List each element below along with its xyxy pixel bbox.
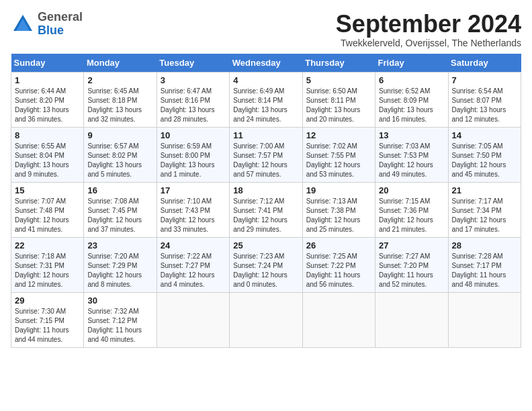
logo: General Blue: [11, 11, 83, 38]
calendar-cell: 30Sunrise: 7:32 AM Sunset: 7:12 PM Dayli…: [84, 292, 157, 347]
calendar-cell: [448, 292, 521, 347]
calendar-table: Sunday Monday Tuesday Wednesday Thursday…: [11, 54, 521, 348]
calendar-week-2: 15Sunrise: 7:07 AM Sunset: 7:48 PM Dayli…: [11, 182, 521, 237]
calendar-cell: 2Sunrise: 6:45 AM Sunset: 8:18 PM Daylig…: [84, 72, 157, 127]
calendar-cell: 13Sunrise: 7:03 AM Sunset: 7:53 PM Dayli…: [375, 127, 448, 182]
calendar-cell: [375, 292, 448, 347]
calendar-cell: 21Sunrise: 7:17 AM Sunset: 7:34 PM Dayli…: [448, 182, 521, 237]
col-wednesday: Wednesday: [230, 54, 302, 73]
calendar-cell: 14Sunrise: 7:05 AM Sunset: 7:50 PM Dayli…: [448, 127, 521, 182]
calendar-cell: 23Sunrise: 7:20 AM Sunset: 7:29 PM Dayli…: [84, 237, 157, 292]
calendar-cell: 16Sunrise: 7:08 AM Sunset: 7:45 PM Dayli…: [84, 182, 157, 237]
calendar-cell: 28Sunrise: 7:28 AM Sunset: 7:17 PM Dayli…: [448, 237, 521, 292]
calendar-cell: 29Sunrise: 7:30 AM Sunset: 7:15 PM Dayli…: [11, 292, 84, 347]
col-sunday: Sunday: [11, 54, 84, 73]
calendar-cell: 22Sunrise: 7:18 AM Sunset: 7:31 PM Dayli…: [11, 237, 84, 292]
header-row: Sunday Monday Tuesday Wednesday Thursday…: [11, 54, 521, 73]
calendar-week-3: 22Sunrise: 7:18 AM Sunset: 7:31 PM Dayli…: [11, 237, 521, 292]
calendar-cell: 25Sunrise: 7:23 AM Sunset: 7:24 PM Dayli…: [230, 237, 302, 292]
col-thursday: Thursday: [302, 54, 375, 73]
logo-blue: Blue: [38, 24, 64, 37]
calendar-cell: 1Sunrise: 6:44 AM Sunset: 8:20 PM Daylig…: [11, 72, 84, 127]
calendar-cell: 8Sunrise: 6:55 AM Sunset: 8:04 PM Daylig…: [11, 127, 84, 182]
calendar-cell: 11Sunrise: 7:00 AM Sunset: 7:57 PM Dayli…: [230, 127, 302, 182]
calendar-cell: 4Sunrise: 6:49 AM Sunset: 8:14 PM Daylig…: [230, 72, 302, 127]
calendar-week-0: 1Sunrise: 6:44 AM Sunset: 8:20 PM Daylig…: [11, 72, 521, 127]
col-tuesday: Tuesday: [157, 54, 229, 73]
logo-icon: [11, 12, 35, 36]
calendar-cell: 10Sunrise: 6:59 AM Sunset: 8:00 PM Dayli…: [157, 127, 229, 182]
calendar-cell: 19Sunrise: 7:13 AM Sunset: 7:38 PM Dayli…: [302, 182, 375, 237]
calendar-cell: 6Sunrise: 6:52 AM Sunset: 8:09 PM Daylig…: [375, 72, 448, 127]
col-saturday: Saturday: [448, 54, 521, 73]
location-subtitle: Twekkelerveld, Overijssel, The Netherlan…: [336, 38, 521, 48]
calendar-cell: 15Sunrise: 7:07 AM Sunset: 7:48 PM Dayli…: [11, 182, 84, 237]
calendar-cell: [157, 292, 229, 347]
calendar-cell: 26Sunrise: 7:25 AM Sunset: 7:22 PM Dayli…: [302, 237, 375, 292]
logo-text: General Blue: [38, 11, 83, 38]
calendar-cell: 20Sunrise: 7:15 AM Sunset: 7:36 PM Dayli…: [375, 182, 448, 237]
calendar-cell: 7Sunrise: 6:54 AM Sunset: 8:07 PM Daylig…: [448, 72, 521, 127]
calendar-cell: 3Sunrise: 6:47 AM Sunset: 8:16 PM Daylig…: [157, 72, 229, 127]
calendar-cell: 18Sunrise: 7:12 AM Sunset: 7:41 PM Dayli…: [230, 182, 302, 237]
col-monday: Monday: [84, 54, 157, 73]
calendar-cell: 5Sunrise: 6:50 AM Sunset: 8:11 PM Daylig…: [302, 72, 375, 127]
col-friday: Friday: [375, 54, 448, 73]
calendar-cell: 24Sunrise: 7:22 AM Sunset: 7:27 PM Dayli…: [157, 237, 229, 292]
calendar-cell: [230, 292, 302, 347]
title-area: September 2024 Twekkelerveld, Overijssel…: [336, 11, 521, 48]
calendar-cell: 9Sunrise: 6:57 AM Sunset: 8:02 PM Daylig…: [84, 127, 157, 182]
calendar-cell: 12Sunrise: 7:02 AM Sunset: 7:55 PM Dayli…: [302, 127, 375, 182]
calendar-week-1: 8Sunrise: 6:55 AM Sunset: 8:04 PM Daylig…: [11, 127, 521, 182]
calendar-cell: 27Sunrise: 7:27 AM Sunset: 7:20 PM Dayli…: [375, 237, 448, 292]
header: General Blue September 2024 Twekkelervel…: [11, 11, 521, 48]
calendar-week-4: 29Sunrise: 7:30 AM Sunset: 7:15 PM Dayli…: [11, 292, 521, 347]
calendar-cell: [302, 292, 375, 347]
month-title: September 2024: [336, 11, 521, 38]
calendar-cell: 17Sunrise: 7:10 AM Sunset: 7:43 PM Dayli…: [157, 182, 229, 237]
logo-general: General: [38, 10, 83, 24]
